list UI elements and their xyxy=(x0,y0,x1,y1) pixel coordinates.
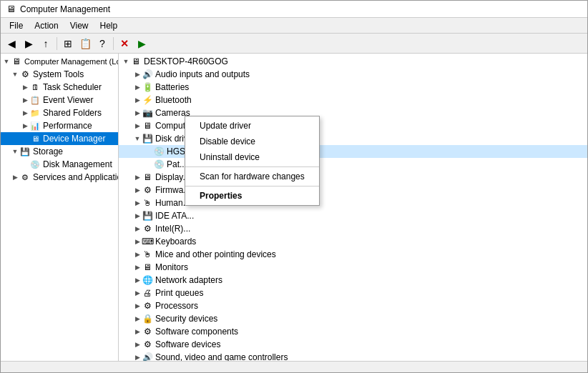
storage-icon: 💾 xyxy=(19,146,31,157)
audio-icon: 🔊 xyxy=(142,69,153,80)
ctx-scan-hardware[interactable]: Scan for hardware changes xyxy=(185,169,319,184)
processors-icon: ⚙ xyxy=(142,300,153,312)
right-ide[interactable]: 💾 IDE ATA... xyxy=(119,209,587,222)
shared-folders-icon: 📁 xyxy=(29,107,41,119)
cameras-icon: 📷 xyxy=(142,107,153,119)
sound-icon: 🔊 xyxy=(142,352,153,361)
audio-label: Audio inputs and outputs xyxy=(155,69,250,79)
human-icon: 🖱 xyxy=(142,197,153,209)
right-batteries[interactable]: 🔋 Batteries xyxy=(119,81,587,94)
task-scheduler-label: Task Scheduler xyxy=(43,82,102,92)
right-sw-components[interactable]: ⚙ Software components xyxy=(119,325,587,338)
performance-icon: 📊 xyxy=(29,120,41,131)
device-manager-icon: 🖥 xyxy=(29,133,41,144)
sw-devices-label: Software devices xyxy=(155,339,220,349)
right-print[interactable]: 🖨 Print queues xyxy=(119,287,587,299)
batteries-arrow xyxy=(133,83,142,91)
left-event-viewer[interactable]: 📋 Event Viewer xyxy=(1,94,118,106)
audio-arrow xyxy=(133,70,142,79)
batteries-label: Batteries xyxy=(155,82,189,92)
ctx-properties[interactable]: Properties xyxy=(185,188,319,204)
keyboards-icon: ⌨ xyxy=(142,236,153,247)
ctx-sep-1 xyxy=(185,166,319,167)
right-sw-devices[interactable]: ⚙ Software devices xyxy=(119,338,587,351)
right-security[interactable]: 🔒 Security devices xyxy=(119,312,587,325)
right-audio[interactable]: 🔊 Audio inputs and outputs xyxy=(119,68,587,81)
ctx-disable-device[interactable]: Disable device xyxy=(185,134,319,149)
ctx-update-driver[interactable]: Update driver xyxy=(185,118,319,134)
right-bluetooth[interactable]: ⚡ Bluetooth xyxy=(119,94,587,106)
right-panel: 🖥 DESKTOP-4R60GOG 🔊 Audio inputs and out… xyxy=(119,54,587,361)
right-keyboards[interactable]: ⌨ Keyboards xyxy=(119,235,587,248)
title-bar-label: Computer Management xyxy=(20,4,110,14)
menu-help[interactable]: Help xyxy=(94,19,124,32)
human-arrow xyxy=(133,199,142,207)
toolbar-back[interactable]: ◀ xyxy=(4,36,19,51)
left-task-scheduler[interactable]: 🗓 Task Scheduler xyxy=(1,81,118,94)
hgs-arrow xyxy=(144,147,153,156)
right-intel[interactable]: ⚙ Intel(R)... xyxy=(119,222,587,235)
display-icon: 🖥 xyxy=(142,171,153,183)
toolbar-refresh[interactable]: ✕ xyxy=(117,36,132,51)
ide-icon: 💾 xyxy=(142,210,153,222)
task-scheduler-arrow xyxy=(21,83,29,91)
intel-icon: ⚙ xyxy=(142,223,153,234)
toolbar-forward[interactable]: ▶ xyxy=(21,36,36,51)
left-root[interactable]: ▼ 🖥 Computer Management (Local) xyxy=(1,55,118,68)
toolbar-play[interactable]: ▶ xyxy=(134,36,150,51)
right-header[interactable]: 🖥 DESKTOP-4R60GOG xyxy=(119,55,587,68)
event-viewer-label: Event Viewer xyxy=(43,95,93,105)
monitors-label: Monitors xyxy=(155,262,188,272)
toolbar-show-hide[interactable]: ⊞ xyxy=(60,36,76,51)
performance-arrow xyxy=(21,121,29,130)
title-bar-icon: 🖥 xyxy=(6,4,16,14)
mice-arrow xyxy=(133,250,142,259)
network-icon: 🌐 xyxy=(142,274,153,286)
ide-label: IDE ATA... xyxy=(155,211,194,221)
monitors-arrow xyxy=(133,263,142,272)
left-device-manager[interactable]: 🖥 Device Manager xyxy=(1,132,118,145)
batteries-icon: 🔋 xyxy=(142,81,153,93)
right-processors[interactable]: ⚙ Processors xyxy=(119,299,587,312)
mice-label: Mice and other pointing devices xyxy=(155,249,276,259)
pat-label: Pat... xyxy=(167,159,187,169)
menu-file[interactable]: File xyxy=(4,19,29,32)
sound-label: Sound, video and game controllers xyxy=(155,352,288,361)
storage-arrow xyxy=(11,147,19,156)
menu-action[interactable]: Action xyxy=(29,19,64,32)
right-sound[interactable]: 🔊 Sound, video and game controllers xyxy=(119,351,587,361)
right-monitors[interactable]: 🖥 Monitors xyxy=(119,261,587,274)
services-arrow xyxy=(11,173,19,181)
task-scheduler-icon: 🗓 xyxy=(29,81,41,93)
toolbar-help[interactable]: ? xyxy=(94,36,110,51)
device-manager-label: Device Manager xyxy=(43,134,105,144)
toolbar-properties[interactable]: 📋 xyxy=(77,36,93,51)
security-icon: 🔒 xyxy=(142,313,153,324)
left-performance[interactable]: 📊 Performance xyxy=(1,119,118,132)
left-disk-management[interactable]: 💿 Disk Management xyxy=(1,158,118,171)
sw-components-icon: ⚙ xyxy=(142,326,153,337)
title-bar: 🖥 Computer Management xyxy=(1,1,587,18)
shared-folders-arrow xyxy=(21,109,29,117)
bluetooth-arrow xyxy=(133,96,142,104)
left-shared-folders[interactable]: 📁 Shared Folders xyxy=(1,106,118,119)
bluetooth-label: Bluetooth xyxy=(155,95,192,105)
bluetooth-icon: ⚡ xyxy=(142,94,153,106)
sound-arrow xyxy=(133,353,142,361)
left-system-tools[interactable]: ⚙ System Tools xyxy=(1,68,118,81)
left-panel: ▼ 🖥 Computer Management (Local) ⚙ System… xyxy=(1,54,119,361)
storage-label: Storage xyxy=(33,146,63,156)
right-mice[interactable]: 🖱 Mice and other pointing devices xyxy=(119,248,587,261)
print-arrow xyxy=(133,289,142,297)
left-root-icon: 🖥 xyxy=(11,56,22,67)
right-network[interactable]: 🌐 Network adapters xyxy=(119,274,587,287)
network-arrow xyxy=(133,276,142,284)
sw-devices-arrow xyxy=(133,340,142,349)
ctx-uninstall-device[interactable]: Uninstall device xyxy=(185,149,319,165)
left-services[interactable]: ⚙ Services and Applications xyxy=(1,171,118,184)
shared-folders-label: Shared Folders xyxy=(43,108,102,118)
keyboards-label: Keyboards xyxy=(155,237,196,247)
toolbar-up[interactable]: ↑ xyxy=(38,36,54,51)
menu-view[interactable]: View xyxy=(64,19,94,32)
left-storage[interactable]: 💾 Storage xyxy=(1,145,118,158)
